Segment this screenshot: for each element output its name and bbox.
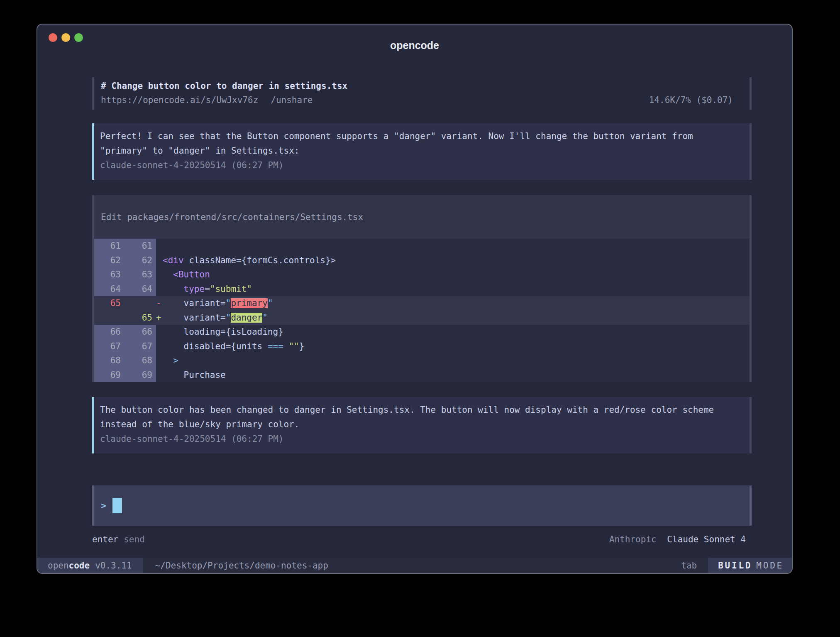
diff-code-line: disabled={units === ""} — [163, 341, 750, 351]
diff-code-line: type="submit" — [163, 284, 750, 294]
diff-row: 6868 > — [94, 353, 750, 368]
session-header: # Change button color to danger in setti… — [92, 77, 752, 110]
diff-change-marker: + — [156, 313, 163, 323]
diff-new-line-number: 63 — [122, 267, 156, 282]
tab-key-hint: tab — [670, 558, 708, 573]
diff-old-line-number: 65 — [94, 296, 122, 311]
message-meta: claude-sonnet-4-20250514 (06:27 PM) — [100, 158, 730, 173]
diff-code-line: Purchase — [163, 370, 750, 380]
diff-old-line-number: 68 — [94, 353, 122, 368]
right-border-strip — [750, 77, 752, 110]
diff-view: 61616262<div className={formCs.controls}… — [94, 239, 750, 382]
diff-old-line-number: 63 — [94, 267, 122, 282]
mode-label-rest: MODE — [756, 561, 784, 571]
diff-new-line-number: 64 — [122, 282, 156, 296]
share-url-link[interactable]: https://opencode.ai/s/UwJxv76z — [101, 93, 258, 107]
diff-code-line: loading={isLoading} — [163, 327, 750, 337]
hint-row: enter send Anthropic Claude Sonnet 4 — [92, 533, 752, 546]
diff-code-line: variant="danger" — [163, 313, 750, 323]
working-directory: ~/Desktop/Projects/demo-notes-app — [155, 561, 328, 571]
app-version-segment: opencode v0.3.11 — [37, 558, 143, 573]
build-mode-segment: BUILD MODE — [708, 558, 792, 573]
text-cursor — [112, 498, 122, 513]
diff-old-line-number: 62 — [94, 253, 122, 268]
app-version: v0.3.11 — [95, 561, 132, 571]
diff-code-line: <Button — [163, 270, 750, 279]
model-name: Claude Sonnet 4 — [667, 534, 746, 544]
prompt-symbol: > — [101, 500, 106, 511]
edit-tool-card: Edit packages/frontend/src/containers/Se… — [92, 195, 752, 382]
send-action-hint: send — [124, 533, 145, 546]
opencode-window: opencode # Change button color to danger… — [37, 24, 793, 574]
diff-new-line-number: 69 — [122, 368, 156, 382]
diff-row: 6262<div className={formCs.controls}> — [94, 253, 750, 268]
input-border-strip — [750, 485, 752, 526]
diff-old-line-number: 67 — [94, 339, 122, 354]
prompt-input[interactable]: > — [94, 485, 750, 526]
session-title: # Change button color to danger in setti… — [101, 79, 743, 93]
diff-row: 6767 disabled={units === ""} — [94, 339, 750, 354]
diff-row: 6464 type="submit" — [94, 282, 750, 296]
diff-old-line-number: 66 — [94, 325, 122, 339]
diff-new-line-number: 66 — [122, 325, 156, 339]
diff-change-marker: - — [156, 298, 163, 308]
diff-code-line: variant="primary" — [163, 298, 750, 308]
message-text: The button color has been changed to dan… — [100, 403, 730, 432]
diff-row: 6666 loading={isLoading} — [94, 325, 750, 339]
diff-new-line-number — [122, 296, 156, 311]
unshare-command[interactable]: /unshare — [271, 93, 313, 107]
right-border-strip — [750, 397, 752, 453]
diff-new-line-number: 65 — [122, 311, 156, 325]
diff-code-line: <div className={formCs.controls}> — [163, 255, 750, 265]
window-title: opencode — [37, 39, 792, 51]
prompt-input-block: > — [92, 485, 752, 526]
status-bar: opencode v0.3.11 ~/Desktop/Projects/demo… — [37, 558, 792, 573]
context-usage-stats: 14.6K/7% ($0.07) — [649, 93, 743, 107]
right-border-strip — [750, 123, 752, 180]
diff-new-line-number: 61 — [122, 239, 156, 253]
diff-new-line-number: 68 — [122, 353, 156, 368]
message-meta: claude-sonnet-4-20250514 (06:27 PM) — [100, 432, 730, 446]
diff-code-line: > — [163, 355, 750, 365]
diff-row: 65+ variant="danger" — [94, 311, 750, 325]
model-info: Anthropic Claude Sonnet 4 — [609, 533, 752, 546]
title-bar: opencode — [37, 24, 792, 57]
edit-tool-title: Edit packages/frontend/src/containers/Se… — [94, 195, 750, 239]
diff-old-line-number: 64 — [94, 282, 122, 296]
mode-label-bold: BUILD — [718, 561, 752, 571]
assistant-message: The button color has been changed to dan… — [92, 397, 752, 453]
diff-row: 65- variant="primary" — [94, 296, 750, 311]
diff-row: 6363 <Button — [94, 267, 750, 282]
diff-row: 6969 Purchase — [94, 368, 750, 382]
diff-new-line-number: 62 — [122, 253, 156, 268]
assistant-message: Perfect! I can see that the Button compo… — [92, 123, 752, 180]
diff-new-line-number: 67 — [122, 339, 156, 354]
app-name-open: open — [48, 561, 69, 571]
model-provider: Anthropic — [609, 534, 657, 544]
app-name-code: code — [69, 561, 90, 571]
diff-row: 6161 — [94, 239, 750, 253]
message-text: Perfect! I can see that the Button compo… — [100, 129, 730, 158]
diff-old-line-number: 61 — [94, 239, 122, 253]
enter-key-hint: enter — [92, 533, 118, 546]
diff-old-line-number — [94, 311, 122, 325]
right-border-strip — [750, 195, 752, 382]
diff-old-line-number: 69 — [94, 368, 122, 382]
